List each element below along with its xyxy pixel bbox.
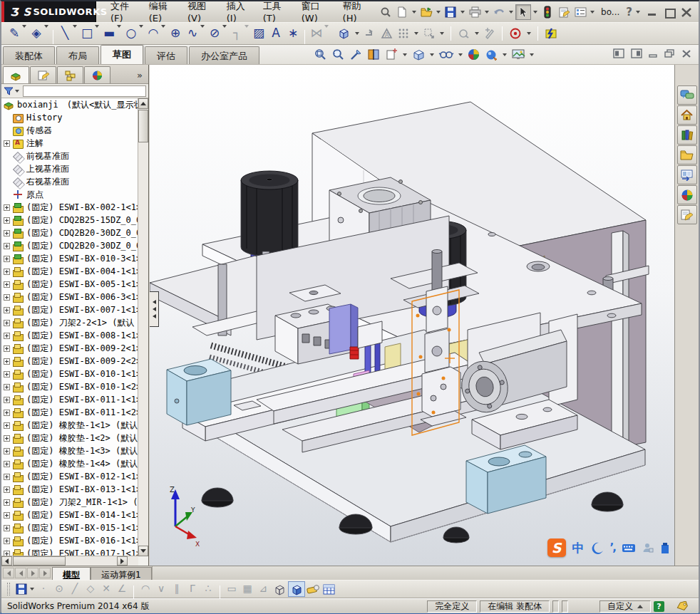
tree-item[interactable]: (固定) 橡胶垫-1<2> (默认 bbox=[1, 432, 138, 444]
shaded-cube-icon[interactable] bbox=[288, 581, 305, 597]
fasteners-dropdown-icon[interactable] bbox=[440, 32, 444, 35]
save-icon[interactable] bbox=[443, 4, 458, 20]
sketch-tool-button[interactable]: ◈ bbox=[28, 24, 50, 42]
print-dropdown-icon[interactable] bbox=[485, 11, 489, 14]
propertymanager-tab[interactable] bbox=[30, 66, 56, 83]
tree-item[interactable]: (固定) ESWI-BX-011-1<1> bbox=[1, 393, 138, 406]
sketch-tool-button[interactable]: ∿ bbox=[184, 24, 206, 42]
tree-item[interactable]: (固定) CDQ2B25-15DZ_0_0 bbox=[1, 214, 138, 227]
zoom-to-area-icon[interactable] bbox=[330, 47, 346, 62]
view-orientation-icon[interactable] bbox=[384, 47, 400, 62]
model-tab[interactable]: 模型 bbox=[52, 567, 91, 580]
comments-icon[interactable] bbox=[677, 85, 697, 105]
sketch-tool-button[interactable]: ┐ bbox=[228, 24, 250, 42]
snap-tool-button[interactable]: ◠ bbox=[138, 581, 153, 596]
expand-toggle-icon[interactable] bbox=[4, 525, 10, 531]
tree-item[interactable]: (固定) 刀架2_MIR-1<1> ( bbox=[1, 496, 138, 509]
expand-toggle-icon[interactable] bbox=[4, 422, 10, 429]
tree-item[interactable]: (固定) 刀架2-2<1> (默认 bbox=[1, 316, 138, 329]
expand-toggle-icon[interactable] bbox=[4, 140, 10, 147]
command-tab[interactable]: 评估 bbox=[145, 46, 187, 64]
scene-dropdown-icon[interactable] bbox=[530, 53, 534, 56]
graphics-viewport[interactable]: Z Y X S 中 ’, bbox=[150, 65, 677, 566]
sketch-tool-button[interactable]: ∗ bbox=[284, 24, 302, 42]
sketch-tool-button[interactable] bbox=[304, 30, 305, 44]
insert-component-dropdown-icon[interactable] bbox=[355, 32, 359, 35]
configurationmanager-tab[interactable] bbox=[57, 66, 83, 83]
next-tab-icon[interactable] bbox=[27, 568, 38, 578]
toolbar-grip[interactable] bbox=[7, 583, 10, 595]
expand-toggle-icon[interactable] bbox=[4, 371, 10, 378]
undo-dropdown-icon[interactable] bbox=[509, 11, 513, 14]
zoom-to-fit-icon[interactable] bbox=[312, 47, 329, 62]
open-icon[interactable] bbox=[418, 4, 434, 20]
options-icon[interactable] bbox=[572, 4, 588, 20]
sketch-tool-button[interactable] bbox=[53, 30, 53, 44]
custom-properties-icon[interactable] bbox=[677, 205, 697, 224]
tree-item[interactable]: (固定) ESWI-BX-009-2<2> bbox=[1, 355, 138, 368]
smart-fasteners-icon[interactable] bbox=[422, 24, 436, 43]
sketch-tool-button[interactable]: ⋈ bbox=[308, 24, 330, 42]
zoom-to-selection-icon[interactable] bbox=[348, 47, 364, 62]
tree-item[interactable]: 上视基准面 bbox=[1, 162, 138, 175]
undo-icon[interactable] bbox=[491, 4, 507, 20]
interference-warning-icon[interactable]: A bbox=[379, 24, 394, 43]
displaymanager-tab[interactable] bbox=[84, 66, 110, 83]
appearances-scenes-icon[interactable] bbox=[677, 185, 697, 204]
machine-horizontal-cylinder[interactable] bbox=[456, 313, 577, 449]
tree-filter-input[interactable] bbox=[23, 85, 146, 97]
ime-clipboard-icon[interactable] bbox=[660, 542, 670, 554]
tree-horizontal-scrollbar[interactable] bbox=[1, 556, 138, 566]
snap-tool-button[interactable]: ⊿ bbox=[255, 581, 271, 596]
expand-toggle-icon[interactable] bbox=[4, 204, 10, 211]
snap-tool-button[interactable]: ∥ bbox=[169, 581, 185, 596]
ime-punctuation-toggle[interactable]: ’, bbox=[610, 541, 615, 554]
ime-language-toggle[interactable]: 中 bbox=[572, 540, 585, 556]
first-tab-icon[interactable] bbox=[3, 568, 14, 578]
scroll-right-icon[interactable] bbox=[117, 556, 128, 566]
tree-item[interactable]: (固定) ESWI-BX-011-1<2> bbox=[1, 406, 138, 419]
expand-toggle-icon[interactable] bbox=[4, 333, 10, 339]
snap-tool-button[interactable]: ╱ bbox=[67, 581, 83, 596]
tree-item[interactable]: (固定) ESWI-BX-004-1<1> bbox=[1, 265, 138, 278]
expand-toggle-icon[interactable] bbox=[4, 474, 10, 480]
expand-toggle-icon[interactable] bbox=[4, 499, 10, 506]
tree-item[interactable]: (固定) ESWI-BX-007-1<1> bbox=[1, 303, 138, 316]
prev-tab-icon[interactable] bbox=[15, 568, 26, 578]
pane-right-icon[interactable] bbox=[631, 48, 642, 58]
tree-item[interactable]: (固定) ESWI-BX-005-1<1> bbox=[1, 278, 138, 291]
snap-tool-button[interactable]: · bbox=[36, 581, 51, 596]
expand-toggle-icon[interactable] bbox=[4, 320, 10, 326]
expand-toggle-icon[interactable] bbox=[4, 435, 10, 442]
vertical-scroll-thumb[interactable] bbox=[138, 110, 148, 142]
command-tab[interactable]: 布局 bbox=[56, 46, 99, 64]
snap-tool-button[interactable]: ▭ bbox=[224, 581, 240, 596]
horizontal-scroll-thumb[interactable] bbox=[13, 556, 66, 566]
tree-item[interactable]: 原点 bbox=[1, 188, 138, 201]
doc-close-icon[interactable] bbox=[681, 49, 691, 58]
featuremanager-tree-tab[interactable] bbox=[3, 66, 29, 83]
sketch-tool-button[interactable]: ⊕ bbox=[167, 24, 184, 42]
file-properties-icon[interactable] bbox=[556, 4, 572, 20]
snap-tool-button[interactable] bbox=[220, 586, 220, 598]
rebuild-traffic-light-icon[interactable] bbox=[540, 4, 555, 20]
sketch-tool-button[interactable]: ✎ bbox=[6, 24, 28, 42]
apply-scene-icon[interactable] bbox=[510, 47, 527, 62]
snap-tool-button[interactable]: ▦ bbox=[240, 581, 255, 596]
sketch-tool-button[interactable]: ◠ bbox=[145, 24, 167, 42]
select-dropdown-icon[interactable] bbox=[533, 11, 537, 14]
tree-item[interactable]: (固定) 橡胶垫-1<3> (默认 bbox=[1, 444, 138, 457]
tree-item[interactable]: (固定) ESWI-BX-010-1<2> bbox=[1, 380, 138, 393]
snap-tool-button[interactable]: ✕ bbox=[98, 581, 114, 596]
scroll-left-icon[interactable] bbox=[1, 556, 12, 566]
snap-tool-button[interactable]: ∨ bbox=[153, 581, 169, 596]
command-tab[interactable]: 办公室产品 bbox=[189, 46, 259, 64]
doc-minimize-icon[interactable] bbox=[649, 49, 658, 58]
expand-toggle-icon[interactable] bbox=[4, 269, 10, 275]
print-icon[interactable] bbox=[467, 4, 483, 20]
tree-root[interactable]: boxianji (默认<默认_显示状 bbox=[1, 98, 138, 111]
snap-tool-button[interactable]: ⊙ bbox=[51, 581, 67, 596]
tree-item[interactable]: (固定) 橡胶垫-1<4> (默认 bbox=[1, 457, 138, 470]
tree-item[interactable]: (固定) ESWI-BX-016-1<1> bbox=[1, 534, 138, 547]
view-orientation-dropdown-icon[interactable] bbox=[403, 53, 407, 56]
